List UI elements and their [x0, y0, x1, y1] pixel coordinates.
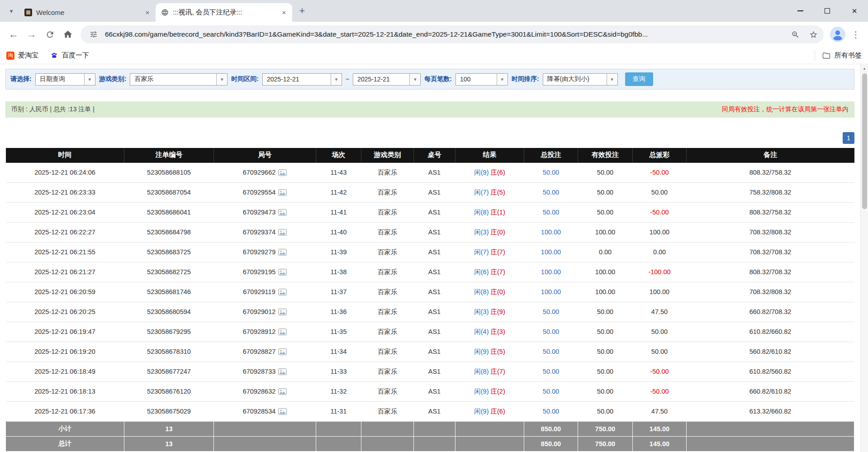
search-button[interactable]: 查询 [625, 72, 653, 86]
page-1-button[interactable]: 1 [843, 132, 854, 144]
round-detail-icon[interactable] [278, 388, 287, 395]
banker-result: 庄(1) [491, 209, 505, 216]
window-close-icon[interactable]: × [841, 0, 868, 22]
chevron-down-icon[interactable]: ▾ [497, 74, 508, 85]
cell-total-bet[interactable]: 50.00 [524, 202, 578, 222]
cell-result: 闲(9) 庄(6) [455, 162, 524, 182]
all-bookmarks-label: 所有书签 [835, 51, 862, 60]
cell-total-bet[interactable]: 50.00 [524, 162, 578, 182]
round-detail-icon[interactable] [278, 328, 287, 335]
player-result: 闲(9) [474, 169, 489, 176]
date-start-select[interactable]: 2025-12-21 ▾ [262, 73, 342, 86]
refresh-icon[interactable] [41, 25, 59, 43]
select-type-label: 请选择: [10, 75, 32, 83]
filter-bar: 请选择: 日期查询 ▾ 游戏类别: 百家乐 ▾ 时间区间: 2025-12-21… [5, 69, 854, 90]
round-detail-icon[interactable] [278, 249, 287, 256]
url-bar[interactable]: 66cxkj98.com/game/betrecord_search/kind3… [81, 25, 824, 43]
forward-icon[interactable]: → [23, 25, 41, 43]
chevron-down-icon[interactable]: ▾ [331, 74, 342, 85]
cell-total-bet[interactable]: 50.00 [524, 401, 578, 421]
zoom-icon[interactable] [788, 28, 802, 41]
round-detail-icon[interactable] [278, 289, 287, 295]
bookmark-baidu[interactable]: 百度一下 [50, 51, 89, 60]
cell-time: 2025-12-21 06:19:47 [6, 322, 124, 342]
round-detail-icon[interactable] [278, 348, 287, 355]
round-detail-icon[interactable] [278, 309, 287, 315]
vertical-scrollbar[interactable]: ▲ [860, 64, 868, 452]
cell-result: 闲(8) 庄(7) [455, 362, 524, 381]
scroll-up-icon[interactable]: ▲ [861, 65, 868, 71]
all-bookmarks-button[interactable]: 所有书签 [815, 50, 862, 61]
minimize-icon[interactable] [787, 0, 814, 22]
chevron-down-icon[interactable]: ▾ [607, 74, 617, 85]
window-controls: × [787, 0, 868, 22]
tab-close-icon[interactable]: × [143, 8, 152, 17]
summary-note: 同局有效投注，统一计算在该局第一张注单内 [722, 105, 849, 114]
chevron-down-icon[interactable]: ▾ [84, 74, 95, 85]
cell-total-bet[interactable]: 50.00 [524, 381, 578, 401]
game-type-label: 游戏类别: [99, 75, 127, 83]
banker-result: 庄(5) [491, 348, 505, 355]
profile-avatar[interactable] [830, 27, 845, 42]
cell-valid-bet: 50.00 [578, 342, 633, 362]
cell-table-no: AS1 [414, 362, 455, 381]
cell-total-bet[interactable]: 50.00 [524, 322, 578, 342]
scrollbar-thumb[interactable] [862, 73, 867, 209]
cell-total-bet[interactable]: 50.00 [524, 302, 578, 322]
site-settings-icon[interactable] [87, 28, 100, 41]
player-result: 闲(8) [474, 209, 489, 216]
cell-time: 2025-12-21 06:21:27 [6, 262, 124, 282]
cell-total-bet[interactable]: 100.00 [524, 242, 578, 262]
cell-game-type: 百家乐 [361, 202, 414, 222]
bookmark-star-icon[interactable] [806, 28, 820, 41]
round-detail-icon[interactable] [278, 209, 287, 216]
query-type-select[interactable]: 日期查询 ▾ [35, 73, 95, 86]
cell-time: 2025-12-21 06:21:55 [6, 242, 124, 262]
cell-game-type: 百家乐 [361, 322, 414, 342]
tab-close-icon[interactable]: × [280, 8, 289, 17]
cell-total-bet[interactable]: 50.00 [524, 182, 578, 202]
round-detail-icon[interactable] [278, 169, 287, 176]
banker-result: 庄(7) [491, 248, 505, 256]
home-icon[interactable] [59, 25, 77, 43]
bookmark-taobao[interactable]: 淘 爱淘宝 [6, 51, 38, 60]
cell-total-bet[interactable]: 50.00 [524, 342, 578, 362]
cell-total-bet[interactable]: 100.00 [524, 222, 578, 242]
tab-welcome[interactable]: Welcome × [19, 3, 156, 22]
round-detail-icon[interactable] [278, 408, 287, 415]
round-detail-icon[interactable] [278, 368, 287, 375]
url-text[interactable]: 66cxkj98.com/game/betrecord_search/kind3… [105, 30, 784, 38]
browser-menu-icon[interactable]: ⋮ [848, 27, 863, 42]
game-type-select[interactable]: 百家乐 ▾ [130, 73, 228, 86]
subtotal-label: 小计 [6, 421, 124, 436]
date-end-select[interactable]: 2025-12-21 ▾ [353, 73, 421, 86]
chevron-down-icon[interactable]: ▾ [409, 74, 420, 85]
sort-select[interactable]: 降幂(由大到小) ▾ [543, 73, 618, 86]
round-detail-icon[interactable] [278, 229, 287, 236]
table-row: 2025-12-21 06:18:49 523058677247 6709287… [6, 362, 854, 381]
cell-payout: 50.00 [633, 182, 687, 202]
maximize-icon[interactable] [814, 0, 841, 22]
player-result: 闲(9) [474, 388, 489, 395]
col-game-type: 游戏类别 [361, 148, 414, 162]
round-detail-icon[interactable] [278, 189, 287, 196]
tab-bet-records[interactable]: :::视讯, 会员下注纪录::: × [156, 3, 292, 22]
cell-total-bet[interactable]: 100.00 [524, 262, 578, 282]
tab-search-icon[interactable]: ▾ [5, 4, 18, 18]
col-result: 结果 [455, 148, 524, 162]
cell-session: 11-38 [316, 262, 361, 282]
cell-note: 708.32/708.32 [687, 242, 854, 262]
round-detail-icon[interactable] [278, 269, 287, 276]
chevron-down-icon[interactable]: ▾ [216, 74, 227, 85]
nav-bar: ← → 66cxkj98.com/game/betrecord_search/k… [0, 22, 868, 47]
round-id: 670928632 [243, 388, 276, 395]
subtotal-count: 13 [124, 421, 214, 436]
cell-bet-id: 523058686041 [124, 202, 214, 222]
new-tab-icon[interactable]: + [295, 4, 309, 18]
cell-valid-bet: 50.00 [578, 362, 633, 381]
player-result: 闲(8) [474, 288, 489, 295]
cell-total-bet[interactable]: 100.00 [524, 282, 578, 302]
back-icon[interactable]: ← [5, 25, 23, 43]
cell-total-bet[interactable]: 50.00 [524, 362, 578, 381]
page-size-select[interactable]: 100 ▾ [455, 73, 508, 86]
